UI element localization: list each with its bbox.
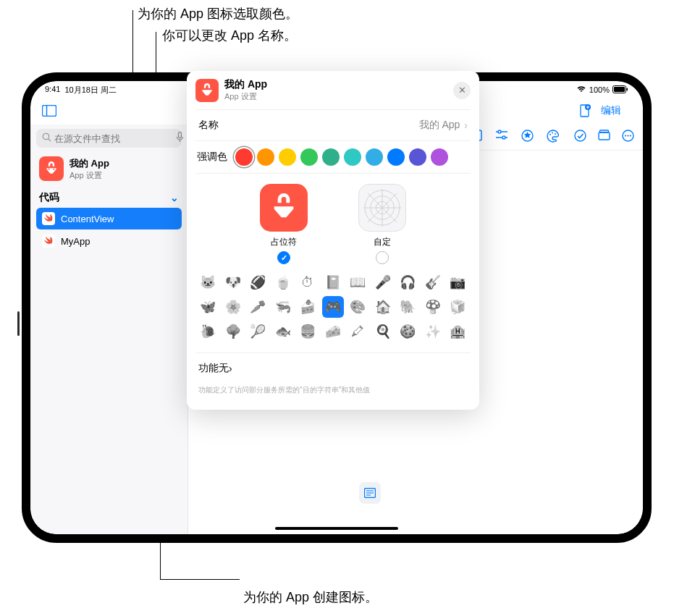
icon-option[interactable]: 🎧 <box>397 271 418 293</box>
battery-pct: 100% <box>589 85 610 94</box>
svg-rect-1 <box>614 87 625 92</box>
icon-option[interactable]: 🦐 <box>272 296 294 318</box>
battery-icon <box>612 85 628 95</box>
func-note: 功能定义了访问部分服务所需的"目的字符串"和其他值 <box>195 384 471 395</box>
svg-point-16 <box>498 130 501 133</box>
popover-title: 我的 App <box>224 78 267 91</box>
color-swatch[interactable] <box>387 148 405 166</box>
icon-option[interactable]: 📷 <box>447 271 468 293</box>
icon-option[interactable]: 🦋 <box>197 296 219 318</box>
callout-create-icon: 为你的 App 创建图标。 <box>243 588 378 606</box>
icon-option[interactable]: 🐌 <box>197 321 219 342</box>
svg-line-7 <box>49 139 51 141</box>
sliders-icon[interactable] <box>495 130 508 145</box>
custom-icon <box>358 184 406 232</box>
icon-option[interactable]: 🌳 <box>222 321 244 342</box>
icon-option[interactable]: 🧊 <box>447 296 468 318</box>
custom-label: 自定 <box>374 236 391 248</box>
file-row-contentview[interactable]: ContentView <box>36 208 182 229</box>
icon-option[interactable]: 🍳 <box>372 321 394 342</box>
edit-button[interactable]: 编辑 <box>601 104 621 117</box>
project-icon <box>39 156 64 181</box>
color-swatch[interactable] <box>300 148 318 166</box>
svg-point-6 <box>43 133 49 139</box>
svg-point-28 <box>627 135 628 136</box>
svg-rect-3 <box>43 106 56 117</box>
icon-option[interactable]: 🍰 <box>297 296 319 318</box>
icon-option[interactable]: 🍪 <box>397 321 418 342</box>
placeholder-choice[interactable]: 占位符 <box>260 184 308 264</box>
placeholder-label: 占位符 <box>271 236 297 248</box>
svg-point-23 <box>575 130 586 141</box>
color-swatch[interactable] <box>257 148 274 166</box>
archive-icon[interactable] <box>598 130 610 145</box>
color-swatch[interactable] <box>409 148 426 166</box>
star-icon[interactable] <box>521 130 534 145</box>
color-swatch[interactable] <box>279 148 296 166</box>
svg-point-29 <box>630 135 631 136</box>
color-swatch[interactable] <box>235 148 253 166</box>
callout-name: 你可以更改 App 名称。 <box>162 27 297 44</box>
chevron-down-icon[interactable]: ⌄ <box>170 192 179 203</box>
check-icon[interactable] <box>574 130 586 145</box>
icon-option[interactable]: 🐱 <box>197 271 219 293</box>
callout-color: 为你的 App 图标选取颜色。 <box>138 5 298 22</box>
icon-option[interactable]: 🍔 <box>297 321 319 342</box>
icon-option[interactable]: 🐶 <box>222 271 244 293</box>
icon-option[interactable]: 📖 <box>347 271 368 293</box>
new-file-icon[interactable] <box>579 104 591 117</box>
icon-option[interactable]: 🎤 <box>372 271 394 293</box>
icon-option[interactable]: 🏨 <box>447 321 468 342</box>
code-section-header[interactable]: 代码 ⌄ <box>36 188 182 207</box>
svg-rect-2 <box>627 88 628 90</box>
search-box[interactable] <box>36 129 182 148</box>
icon-option[interactable]: 🥕 <box>247 296 269 318</box>
icon-option[interactable]: 🏠 <box>372 296 394 318</box>
palette-icon[interactable] <box>547 130 560 145</box>
callout-hline-icon2 <box>160 579 240 580</box>
func-value: 无 <box>219 362 229 375</box>
placeholder-radio[interactable] <box>277 251 290 264</box>
icon-option[interactable]: 🏈 <box>247 271 269 293</box>
icon-option[interactable]: 🧀 <box>322 321 344 342</box>
search-input[interactable] <box>54 133 176 144</box>
project-row[interactable]: 我的 App App 设置 <box>36 153 182 184</box>
icon-option[interactable]: 🎾 <box>247 321 269 342</box>
color-swatch[interactable] <box>431 148 448 166</box>
icon-option[interactable]: ⏱ <box>297 271 319 293</box>
quick-bar <box>359 482 381 504</box>
icon-option[interactable]: 📔 <box>322 271 344 293</box>
file-row-myapp[interactable]: MyApp <box>36 230 182 252</box>
mic-icon[interactable] <box>176 132 184 145</box>
icon-option[interactable]: 🎸 <box>422 271 444 293</box>
svg-point-18 <box>502 136 505 139</box>
search-icon <box>42 132 51 145</box>
icon-option[interactable]: 🌸 <box>222 296 244 318</box>
accent-label: 强调色 <box>197 151 227 164</box>
sidebar-toggle-icon[interactable] <box>42 105 56 117</box>
chevron-right-icon: › <box>464 119 468 131</box>
color-swatch[interactable] <box>344 148 361 166</box>
icon-option[interactable]: 🎨 <box>347 296 368 318</box>
icon-option[interactable]: 🎮 <box>322 296 344 318</box>
project-subtitle: App 设置 <box>69 170 109 181</box>
icon-option[interactable]: 🐘 <box>397 296 418 318</box>
ipad-side-button <box>17 311 20 336</box>
snippet-icon[interactable] <box>359 482 381 504</box>
color-swatch[interactable] <box>366 148 383 166</box>
icon-option[interactable]: 🍵 <box>272 271 294 293</box>
icon-option[interactable]: ✨ <box>422 321 444 342</box>
custom-radio[interactable] <box>376 251 389 264</box>
color-swatch[interactable] <box>322 148 340 166</box>
icon-option[interactable]: 🖍 <box>347 321 368 342</box>
custom-choice[interactable]: 自定 <box>358 184 406 264</box>
close-icon[interactable]: ✕ <box>453 82 471 99</box>
home-indicator[interactable] <box>275 527 398 530</box>
more-icon[interactable] <box>622 130 634 145</box>
icon-option[interactable]: 🐟 <box>272 321 294 342</box>
popover-header: 我的 App App 设置 ✕ <box>187 71 479 109</box>
icon-option[interactable]: 🍄 <box>422 296 444 318</box>
name-row[interactable]: 名称 我的 App › <box>195 109 471 140</box>
name-value: 我的 App <box>419 119 460 132</box>
capabilities-row[interactable]: 功能 无 › <box>195 353 471 384</box>
